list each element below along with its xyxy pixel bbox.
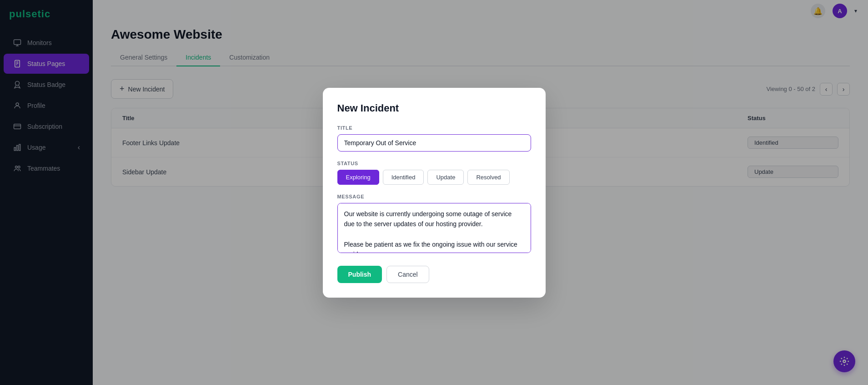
message-textarea[interactable]: Our website is currently undergoing some…: [337, 203, 531, 253]
modal-actions: Publish Cancel: [337, 266, 531, 283]
status-btn-exploring[interactable]: Exploring: [337, 170, 379, 185]
title-input[interactable]: [337, 134, 531, 152]
status-btn-identified[interactable]: Identified: [383, 170, 424, 185]
message-group: MESSAGE Our website is currently undergo…: [337, 194, 531, 255]
title-group: TITLE: [337, 125, 531, 152]
publish-button[interactable]: Publish: [337, 266, 382, 283]
message-label: MESSAGE: [337, 194, 531, 199]
title-label: TITLE: [337, 125, 531, 131]
status-buttons: Exploring Identified Update Resolved: [337, 170, 531, 185]
status-group: STATUS Exploring Identified Update Resol…: [337, 161, 531, 185]
new-incident-modal: New Incident TITLE STATUS Exploring Iden…: [323, 88, 546, 298]
status-label: STATUS: [337, 161, 531, 166]
status-btn-update[interactable]: Update: [427, 170, 464, 185]
cancel-button[interactable]: Cancel: [386, 266, 429, 283]
modal-title: New Incident: [337, 102, 531, 114]
status-btn-resolved[interactable]: Resolved: [467, 170, 509, 185]
modal-overlay[interactable]: New Incident TITLE STATUS Exploring Iden…: [0, 0, 868, 385]
